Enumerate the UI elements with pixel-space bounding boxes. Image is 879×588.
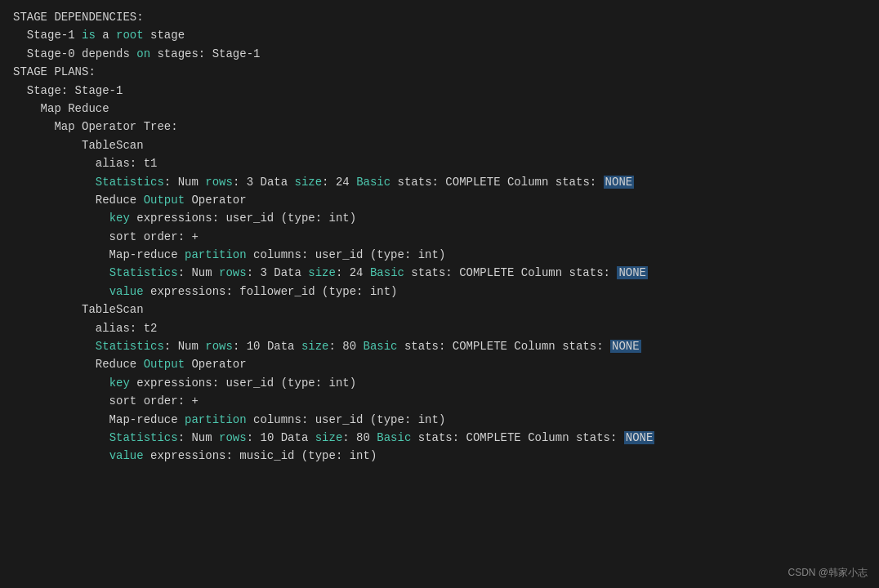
code-segment: a <box>96 29 116 42</box>
code-line: Map Operator Tree: <box>13 118 866 136</box>
code-segment: stage <box>144 29 185 42</box>
code-segment: Stage-1 <box>13 29 82 42</box>
code-segment <box>13 266 109 279</box>
code-segment <box>13 212 109 225</box>
code-segment: Reduce <box>13 358 144 371</box>
code-segment: on <box>136 47 150 60</box>
code-segment: Basic <box>364 340 398 353</box>
code-segment: Map-reduce <box>13 248 185 261</box>
code-line: TableScan <box>13 136 866 154</box>
code-segment: Basic <box>356 176 390 189</box>
code-segment: : 24 <box>322 176 356 189</box>
code-segment: size <box>301 340 329 353</box>
code-segment: stages: Stage-1 <box>150 47 260 60</box>
code-segment: columns: user_id (type: int) <box>247 413 446 426</box>
code-segment: : 80 <box>329 340 364 353</box>
code-line: Map Reduce <box>13 100 866 118</box>
code-line: value expressions: follower_id (type: in… <box>13 283 866 301</box>
code-segment: Output <box>144 194 185 207</box>
code-segment: sort order: + <box>13 394 199 408</box>
code-segment: Stage-0 depends <box>13 47 136 60</box>
code-segment: alias: t1 <box>13 157 157 170</box>
code-segment: rows <box>219 266 247 279</box>
code-segment: TableScan <box>13 139 144 152</box>
code-segment: rows <box>205 340 233 353</box>
code-segment: expressions: music_id (type: int) <box>144 449 377 462</box>
code-line: value expressions: music_id (type: int) <box>13 447 866 465</box>
code-segment: : Num <box>178 431 219 444</box>
code-segment: Reduce <box>13 194 144 207</box>
code-segment <box>13 449 109 462</box>
code-segment: Stage: Stage-1 <box>13 84 123 97</box>
code-segment: : 80 <box>342 431 377 444</box>
code-segment: Output <box>144 358 185 371</box>
code-segment: Operator <box>185 194 247 207</box>
code-segment: rows <box>205 176 233 189</box>
code-segment: stats: COMPLETE Column stats: <box>411 431 623 444</box>
code-line: Statistics: Num rows: 3 Data size: 24 Ba… <box>13 173 866 191</box>
code-segment: size <box>295 176 323 189</box>
code-segment: size <box>308 266 336 279</box>
code-segment: : 10 Data <box>247 431 315 444</box>
code-segment <box>13 176 96 189</box>
code-segment: : Num <box>164 176 205 189</box>
code-line: key expressions: user_id (type: int) <box>13 374 866 392</box>
code-line: Stage-1 is a root stage <box>13 26 866 44</box>
code-line: Map-reduce partition columns: user_id (t… <box>13 411 866 429</box>
code-segment: value <box>109 449 144 462</box>
code-line: alias: t2 <box>13 319 866 337</box>
code-line: Reduce Output Operator <box>13 191 866 209</box>
code-segment: NONE <box>617 266 648 279</box>
code-segment: expressions: user_id (type: int) <box>130 212 356 225</box>
code-line: sort order: + <box>13 228 866 246</box>
code-segment <box>13 376 109 390</box>
code-line: STAGE PLANS: <box>13 63 866 81</box>
code-segment: : 10 Data <box>233 340 301 353</box>
code-segment: sort order: + <box>13 230 199 243</box>
code-line: Statistics: Num rows: 10 Data size: 80 B… <box>13 429 866 447</box>
code-segment: expressions: user_id (type: int) <box>130 376 356 390</box>
code-line: TableScan <box>13 301 866 318</box>
code-segment: stats: COMPLETE Column stats: <box>390 176 603 189</box>
code-segment: Statistics <box>109 266 178 279</box>
code-segment: stats: COMPLETE Column stats: <box>398 340 610 353</box>
code-segment: NONE <box>624 431 655 444</box>
code-segment: STAGE DEPENDENCIES: <box>13 11 144 24</box>
code-segment: size <box>315 431 343 444</box>
code-line: sort order: + <box>13 392 866 410</box>
code-segment: rows <box>219 431 247 444</box>
code-segment: partition <box>185 413 247 426</box>
code-line: Statistics: Num rows: 3 Data size: 24 Ba… <box>13 264 866 282</box>
code-segment: is <box>82 29 96 42</box>
code-output: STAGE DEPENDENCIES: Stage-1 is a root st… <box>0 0 879 474</box>
code-segment: partition <box>185 248 247 261</box>
code-segment: NONE <box>610 340 641 353</box>
code-line: Stage: Stage-1 <box>13 82 866 100</box>
code-segment: stats: COMPLETE Column stats: <box>404 266 617 279</box>
code-segment: Map-reduce <box>13 413 185 426</box>
code-segment: key <box>109 212 130 225</box>
code-segment: STAGE PLANS: <box>13 65 96 78</box>
code-segment: Basic <box>370 266 404 279</box>
code-segment: Statistics <box>96 340 164 353</box>
code-line: Reduce Output Operator <box>13 355 866 373</box>
code-segment <box>13 285 109 298</box>
code-line: Stage-0 depends on stages: Stage-1 <box>13 45 866 63</box>
code-segment: Statistics <box>96 176 164 189</box>
code-segment: : 24 <box>336 266 370 279</box>
code-segment <box>13 431 109 444</box>
code-segment: root <box>116 29 144 42</box>
code-segment: Statistics <box>109 431 178 444</box>
code-segment: columns: user_id (type: int) <box>247 248 446 261</box>
code-segment: NONE <box>604 176 635 189</box>
code-segment: TableScan <box>13 303 144 316</box>
code-line: key expressions: user_id (type: int) <box>13 209 866 227</box>
watermark-label: CSDN @韩家小志 <box>788 566 868 580</box>
code-segment: value <box>109 285 144 298</box>
code-line: Map-reduce partition columns: user_id (t… <box>13 246 866 264</box>
code-segment <box>13 340 96 353</box>
code-segment: Operator <box>185 358 247 371</box>
code-segment: : Num <box>178 266 219 279</box>
code-line: alias: t1 <box>13 154 866 172</box>
code-line: STAGE DEPENDENCIES: <box>13 8 866 26</box>
